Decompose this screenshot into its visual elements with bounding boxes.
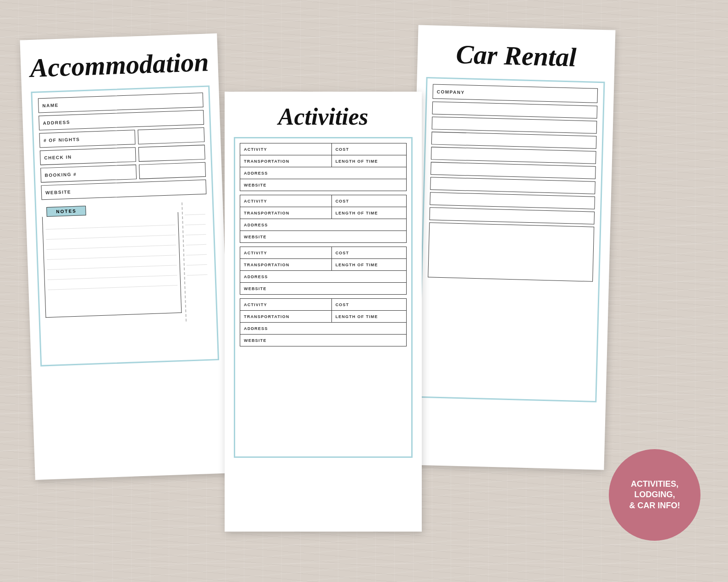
address-2-label[interactable]: ADDRESS — [240, 219, 407, 231]
car-line-1[interactable] — [432, 101, 598, 118]
car-line-3[interactable] — [431, 132, 597, 148]
checkin-row: CHECK IN — [40, 145, 205, 165]
car-notes-area[interactable] — [428, 222, 594, 281]
length-2-label[interactable]: LENGTH OF TIME — [331, 207, 406, 219]
name-field[interactable]: NAME — [38, 93, 204, 113]
promo-badge: ACTIVITIES, LODGING, & CAR INFO! — [609, 449, 700, 541]
car-line-7[interactable] — [430, 192, 595, 209]
website-1-label[interactable]: WEBSITE — [240, 179, 407, 191]
car-line-2[interactable] — [432, 116, 597, 133]
activity-table-3: ACTIVITY COST TRANSPORTATION LENGTH OF T… — [240, 247, 407, 295]
nights-checkin-row: # OF NIGHTS — [39, 127, 204, 148]
activity-3-label[interactable]: ACTIVITY — [240, 247, 332, 259]
checkin-field[interactable]: CHECK IN — [40, 147, 136, 165]
transport-2-label[interactable]: TRANSPORTATION — [240, 207, 332, 219]
notes-label: NOTES — [46, 206, 86, 217]
activity-group-4: ACTIVITY COST TRANSPORTATION LENGTH OF T… — [240, 298, 407, 346]
notes-section: NOTES — [42, 202, 211, 326]
booking-extra[interactable] — [139, 162, 206, 179]
address-1-label[interactable]: ADDRESS — [240, 167, 407, 179]
activity-group-3: ACTIVITY COST TRANSPORTATION LENGTH OF T… — [240, 247, 407, 295]
activities-page: Activities ACTIVITY COST TRANSPORTATION … — [225, 92, 422, 532]
nights-extra[interactable] — [138, 127, 204, 144]
address-3-label[interactable]: ADDRESS — [240, 271, 407, 283]
length-1-label[interactable]: LENGTH OF TIME — [331, 155, 406, 167]
car-rental-frame: COMPANY — [418, 77, 605, 402]
website-3-label[interactable]: WEBSITE — [240, 283, 407, 295]
checkin-extra[interactable] — [138, 145, 205, 162]
website-4-label[interactable]: WEBSITE — [240, 335, 407, 346]
activity-table-2: ACTIVITY COST TRANSPORTATION LENGTH OF T… — [240, 195, 407, 243]
activity-2-label[interactable]: ACTIVITY — [240, 195, 332, 207]
cost-4-label[interactable]: COST — [331, 299, 406, 311]
length-4-label[interactable]: LENGTH OF TIME — [331, 311, 406, 323]
accommodation-title: Accommodation — [20, 33, 219, 92]
cost-1-label[interactable]: COST — [331, 143, 406, 155]
car-rental-page: Car Rental COMPANY — [407, 25, 616, 470]
transport-4-label[interactable]: TRANSPORTATION — [240, 311, 332, 323]
car-line-5[interactable] — [430, 162, 596, 179]
activity-4-label[interactable]: ACTIVITY — [240, 299, 332, 311]
activity-table-1: ACTIVITY COST TRANSPORTATION LENGTH OF T… — [240, 143, 407, 191]
notes-dashed-col — [182, 202, 211, 322]
activities-frame: ACTIVITY COST TRANSPORTATION LENGTH OF T… — [234, 137, 413, 458]
length-3-label[interactable]: LENGTH OF TIME — [331, 259, 406, 271]
car-line-4[interactable] — [431, 147, 596, 164]
transport-1-label[interactable]: TRANSPORTATION — [240, 155, 332, 167]
transport-3-label[interactable]: TRANSPORTATION — [240, 259, 332, 271]
booking-field[interactable]: BOOKING # — [40, 165, 137, 182]
website-2-label[interactable]: WEBSITE — [240, 231, 407, 243]
car-line-8[interactable] — [430, 207, 595, 224]
activity-table-4: ACTIVITY COST TRANSPORTATION LENGTH OF T… — [240, 298, 407, 346]
booking-row: BOOKING # — [40, 162, 206, 183]
website-field[interactable]: WEBSITE — [41, 180, 206, 200]
activity-1-label[interactable]: ACTIVITY — [240, 143, 332, 155]
address-field[interactable]: ADDRESS — [39, 110, 204, 131]
badge-text: ACTIVITIES, LODGING, & CAR INFO! — [629, 479, 680, 511]
accommodation-page: Accommodation NAME ADDRESS # OF NIGHTS C… — [20, 33, 232, 480]
activity-group-2: ACTIVITY COST TRANSPORTATION LENGTH OF T… — [240, 195, 407, 243]
nights-field[interactable]: # OF NIGHTS — [39, 130, 135, 148]
cost-2-label[interactable]: COST — [331, 195, 406, 207]
car-line-6[interactable] — [430, 177, 596, 194]
cost-3-label[interactable]: COST — [331, 247, 406, 259]
accommodation-frame: NAME ADDRESS # OF NIGHTS CHECK IN BOOKIN… — [31, 85, 219, 366]
activities-title: Activities — [225, 92, 422, 137]
notes-box[interactable] — [42, 212, 182, 318]
company-field[interactable]: COMPANY — [432, 84, 598, 103]
activity-group-1: ACTIVITY COST TRANSPORTATION LENGTH OF T… — [240, 143, 407, 191]
car-rental-title: Car Rental — [417, 25, 616, 82]
address-4-label[interactable]: ADDRESS — [240, 323, 407, 335]
